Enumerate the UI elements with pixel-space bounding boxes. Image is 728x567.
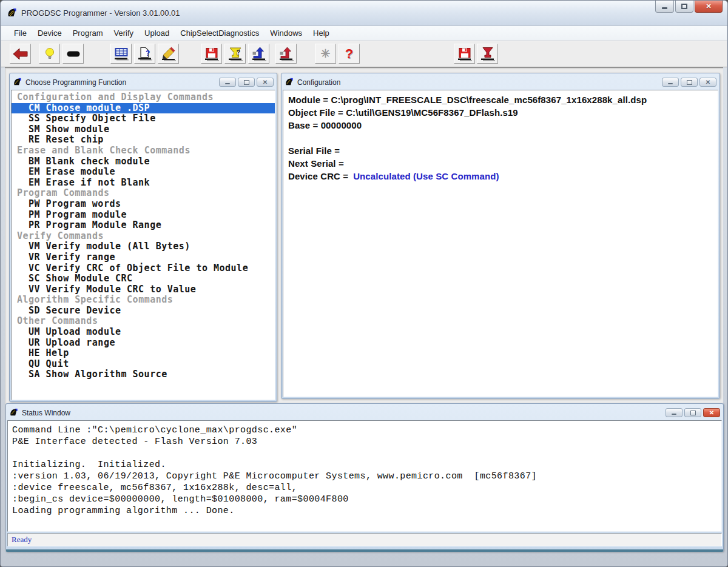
stamp-button[interactable] — [477, 44, 498, 64]
function-item-pr[interactable]: PR Program Module Range — [12, 220, 275, 231]
function-item-re[interactable]: RE Reset chip — [12, 135, 275, 146]
help-button[interactable]: ? — [339, 44, 360, 64]
menu-verify[interactable]: Verify — [109, 27, 140, 39]
verify-trophy-icon: ? — [228, 46, 243, 62]
app-logo-icon — [13, 78, 22, 87]
minimize-icon — [662, 7, 667, 9]
function-item-vc[interactable]: VC Verify CRC of Object File to Module — [12, 263, 275, 274]
close-button[interactable]: ✕ — [699, 78, 716, 87]
choose-function-window: Choose Programming Function ✕ Configurat… — [9, 73, 277, 402]
function-list[interactable]: Configuration and Display Commands CM Ch… — [11, 90, 275, 400]
minimize-button[interactable] — [219, 78, 236, 87]
upload-range-button[interactable] — [275, 44, 297, 64]
help-question-icon: ? — [345, 47, 353, 61]
lightbulb-icon — [42, 46, 58, 62]
blank-check-document-icon: ? — [137, 46, 153, 62]
upload-module-button[interactable] — [248, 44, 269, 64]
verify-button[interactable]: ? — [224, 44, 246, 64]
close-button[interactable]: ✕ — [695, 1, 723, 13]
function-item-sc[interactable]: SC Show Module CRC — [12, 273, 275, 284]
menu-file[interactable]: File — [8, 27, 32, 39]
minimize-button[interactable] — [666, 408, 682, 417]
choose-function-titlebar[interactable]: Choose Programming Function ✕ — [11, 75, 275, 90]
window-title: PROGDSC Programmer - Version 3.01.00.01 — [21, 8, 180, 18]
function-item-bm[interactable]: BM Blank check module — [12, 156, 275, 167]
menu-help[interactable]: Help — [308, 27, 335, 39]
choose-function-title: Choose Programming Function — [25, 78, 219, 87]
function-section-header: Other Commands — [12, 316, 275, 327]
maximize-button[interactable] — [681, 78, 698, 87]
save-button[interactable] — [201, 44, 222, 64]
config-next-serial-line: Next Serial = — [288, 157, 713, 170]
menu-windows[interactable]: Windows — [265, 27, 308, 39]
function-item-um[interactable]: UM Upload module — [12, 327, 275, 338]
app-window: PROGDSC Programmer - Version 3.01.00.01 … — [0, 0, 728, 567]
close-button[interactable]: ✕ — [257, 78, 274, 87]
status-window: Status Window ✕ Command Line :"C:\pemicr… — [5, 403, 724, 552]
status-line: Command Line :"C:\pemicro\cyclone_max\pr… — [12, 424, 717, 436]
exit-arrow-icon — [13, 46, 29, 62]
close-button[interactable]: ✕ — [703, 408, 720, 417]
maximize-icon — [244, 80, 249, 85]
status-line — [12, 448, 717, 459]
function-item-pw[interactable]: PW Program words — [12, 199, 275, 210]
function-item-vr[interactable]: VR Verify range — [12, 252, 275, 263]
function-item-qu[interactable]: QU Quit — [12, 359, 275, 370]
minimize-icon — [225, 83, 230, 84]
status-bar: Ready — [7, 533, 722, 546]
status-titlebar[interactable]: Status Window ✕ — [7, 405, 722, 420]
maximize-button[interactable] — [684, 408, 701, 417]
configuration-window: Configuration ✕ Module = C:\prog\INT_FRE… — [281, 73, 720, 399]
lightbulb-button[interactable] — [39, 44, 60, 64]
config-object-file-line: Object File = C:\util\GENS19\MC56F8367_D… — [288, 106, 713, 119]
choose-module-button[interactable] — [110, 44, 132, 64]
status-line: P&E Interface detected - Flash Version 7… — [12, 436, 717, 448]
save-image-button[interactable] — [454, 44, 475, 64]
function-item-em[interactable]: EM Erase module — [12, 167, 275, 178]
verify-stamp-red-icon — [480, 46, 496, 62]
function-section-header: Algorithm Specific Commands — [12, 295, 275, 306]
menu-device[interactable]: Device — [32, 27, 67, 39]
function-item-ur[interactable]: UR Upload range — [12, 338, 275, 349]
snowflake-button[interactable]: ✳ — [315, 44, 336, 64]
program-button[interactable] — [158, 44, 179, 64]
function-item-em2[interactable]: EM Erase if not Blank — [12, 178, 275, 189]
module-button[interactable] — [62, 44, 84, 64]
function-item-sd[interactable]: SD Secure Device — [12, 306, 275, 317]
function-item-sm[interactable]: SM Show module — [12, 124, 275, 135]
function-item-cm[interactable]: CM Choose module .DSP — [12, 103, 275, 114]
blank-check-button[interactable]: ? — [134, 44, 155, 64]
function-item-vv[interactable]: VV Verify Module CRC to Value — [12, 284, 275, 295]
maximize-icon — [690, 411, 696, 415]
window-controls: ✕ — [654, 1, 723, 13]
exit-button[interactable] — [10, 44, 31, 64]
function-item-pm[interactable]: PM Program module — [12, 210, 275, 221]
close-icon: ✕ — [263, 79, 268, 86]
maximize-icon — [687, 80, 692, 85]
titlebar[interactable]: PROGDSC Programmer - Version 3.01.00.01 … — [1, 1, 727, 26]
spacer — [288, 132, 713, 144]
upload-blue-arrow-icon — [251, 46, 267, 62]
status-log[interactable]: Command Line :"C:\pemicro\cyclone_max\pr… — [7, 420, 722, 532]
function-item-vm[interactable]: VM Verify module (All Bytes) — [12, 241, 275, 252]
menu-chipselectdiagnostics[interactable]: ChipSelectDiagnostics — [175, 27, 265, 39]
minimize-button[interactable] — [662, 78, 679, 87]
mdi-area: Choose Programming Function ✕ Configurat… — [5, 67, 723, 551]
toolbar: ? ? — [1, 41, 727, 67]
close-icon: ✕ — [706, 79, 710, 86]
choose-function-controls: ✕ — [219, 78, 274, 87]
function-item-ss[interactable]: SS Specify Object File — [12, 113, 275, 124]
minimize-button[interactable] — [655, 1, 674, 13]
config-device-crc-line: Device CRC =Uncalculated (Use SC Command… — [288, 170, 713, 183]
function-item-sa[interactable]: SA Show Algorithm Source — [12, 369, 275, 380]
maximize-button[interactable] — [238, 78, 255, 87]
status-controls: ✕ — [666, 408, 720, 417]
menu-upload[interactable]: Upload — [139, 27, 175, 39]
configuration-titlebar[interactable]: Configuration ✕ — [283, 75, 718, 90]
menu-program[interactable]: Program — [67, 27, 109, 39]
function-item-he[interactable]: HE Help — [12, 348, 275, 359]
maximize-button[interactable] — [675, 1, 693, 13]
module-chip-icon — [66, 46, 81, 62]
maximize-icon — [681, 4, 687, 9]
status-title: Status Window — [22, 409, 666, 417]
